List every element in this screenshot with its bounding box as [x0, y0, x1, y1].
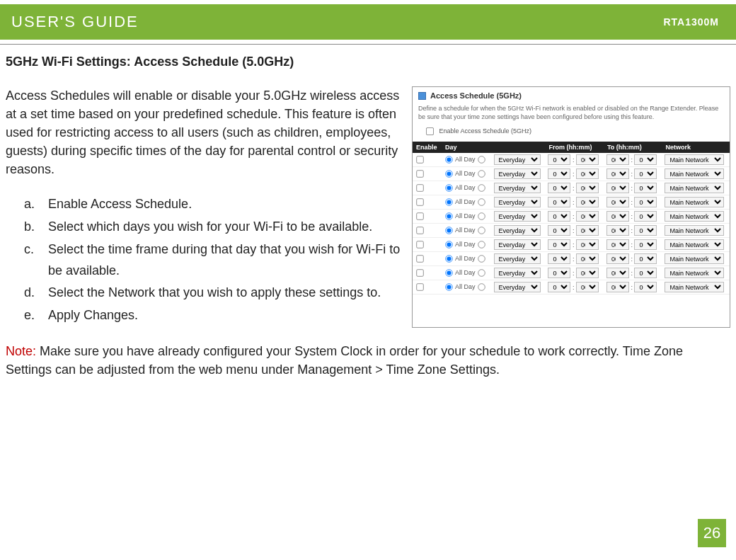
from-hh-select[interactable]: 00 [548, 225, 570, 236]
specific-day-radio[interactable] [478, 256, 485, 263]
to-hh-select[interactable]: 00 [606, 225, 629, 236]
to-mm-select[interactable]: 00 [634, 282, 657, 292]
specific-day-radio[interactable] [478, 185, 485, 192]
from-mm-select[interactable]: 00 [576, 253, 599, 264]
from-hh-select[interactable]: 00 [548, 154, 570, 165]
day-select[interactable]: Everyday [494, 253, 541, 264]
all-day-radio[interactable] [445, 171, 452, 178]
to-mm-select[interactable]: 00 [634, 268, 657, 278]
from-mm-select[interactable]: 00 [576, 183, 599, 193]
panel-description: Define a schedule for when the 5GHz Wi-F… [413, 104, 730, 127]
to-hh-select[interactable]: 00 [606, 183, 629, 193]
specific-day-radio[interactable] [478, 270, 485, 277]
row-enable-checkbox[interactable] [416, 241, 423, 248]
from-mm-select[interactable]: 00 [576, 239, 599, 250]
network-select[interactable]: Main Network [665, 268, 724, 278]
from-mm-select[interactable]: 00 [576, 168, 599, 179]
to-hh-select[interactable]: 00 [606, 211, 629, 222]
from-mm-select[interactable]: 00 [576, 225, 599, 236]
all-day-radio[interactable] [445, 270, 452, 277]
all-day-radio[interactable] [445, 156, 452, 164]
row-enable-checkbox[interactable] [416, 171, 423, 178]
table-row: All Day Everyday00 : 0000 : 00Main Netwo… [413, 195, 730, 210]
specific-day-radio[interactable] [478, 171, 485, 178]
from-hh-select[interactable]: 00 [548, 211, 570, 222]
row-enable-checkbox[interactable] [416, 199, 423, 206]
to-mm-select[interactable]: 00 [634, 239, 657, 250]
to-hh-select[interactable]: 00 [606, 168, 629, 179]
row-enable-checkbox[interactable] [416, 185, 423, 192]
row-enable-checkbox[interactable] [416, 284, 423, 291]
to-hh-select[interactable]: 00 [606, 154, 629, 165]
day-select[interactable]: Everyday [494, 282, 541, 292]
all-day-radio[interactable] [445, 256, 452, 263]
row-enable-checkbox[interactable] [416, 270, 423, 277]
all-day-label: All Day [455, 255, 476, 262]
panel-header: Access Schedule (5GHz) [413, 87, 730, 104]
to-mm-select[interactable]: 00 [634, 253, 657, 264]
to-hh-select[interactable]: 00 [606, 197, 629, 207]
specific-day-radio[interactable] [478, 227, 485, 234]
from-mm-select[interactable]: 00 [576, 268, 599, 278]
network-select[interactable]: Main Network [665, 282, 724, 292]
specific-day-radio[interactable] [478, 199, 485, 206]
to-hh-select[interactable]: 00 [606, 253, 629, 264]
specific-day-radio[interactable] [478, 213, 485, 220]
from-mm-select[interactable]: 00 [576, 282, 599, 292]
all-day-label: All Day [455, 269, 476, 276]
from-hh-select[interactable]: 00 [548, 183, 570, 193]
note-label: Note: [6, 344, 36, 358]
specific-day-radio[interactable] [478, 284, 485, 291]
all-day-radio[interactable] [445, 284, 452, 291]
all-day-radio[interactable] [445, 213, 452, 220]
network-select[interactable]: Main Network [665, 239, 724, 250]
from-mm-select[interactable]: 00 [576, 211, 599, 222]
network-select[interactable]: Main Network [665, 197, 724, 207]
day-select[interactable]: Everyday [494, 197, 541, 207]
day-select[interactable]: Everyday [494, 211, 541, 222]
to-mm-select[interactable]: 00 [634, 211, 657, 222]
row-enable-checkbox[interactable] [416, 256, 423, 263]
row-enable-checkbox[interactable] [416, 213, 423, 220]
from-mm-select[interactable]: 00 [576, 197, 599, 207]
to-hh-select[interactable]: 00 [606, 282, 629, 292]
all-day-radio[interactable] [445, 185, 452, 192]
all-day-radio[interactable] [445, 199, 452, 206]
to-mm-select[interactable]: 00 [634, 197, 657, 207]
network-select[interactable]: Main Network [665, 183, 724, 193]
from-hh-select[interactable]: 00 [548, 268, 570, 278]
from-mm-select[interactable]: 00 [576, 154, 599, 165]
network-select[interactable]: Main Network [665, 154, 724, 165]
network-select[interactable]: Main Network [665, 211, 724, 222]
from-hh-select[interactable]: 00 [548, 168, 570, 179]
from-hh-select[interactable]: 00 [548, 197, 570, 207]
enable-schedule-label: Enable Access Schedule (5GHz) [439, 127, 532, 135]
day-select[interactable]: Everyday [494, 183, 541, 193]
day-select[interactable]: Everyday [494, 168, 541, 179]
to-hh-select[interactable]: 00 [606, 239, 629, 250]
from-hh-select[interactable]: 00 [548, 239, 570, 250]
table-row: All Day Everyday00 : 0000 : 00Main Netwo… [413, 167, 730, 181]
specific-day-radio[interactable] [478, 156, 485, 164]
specific-day-radio[interactable] [478, 241, 485, 248]
row-enable-checkbox[interactable] [416, 156, 423, 164]
day-select[interactable]: Everyday [494, 268, 541, 278]
all-day-radio[interactable] [445, 227, 452, 234]
table-row: All Day Everyday00 : 0000 : 00Main Netwo… [413, 280, 730, 295]
to-mm-select[interactable]: 00 [634, 183, 657, 193]
from-hh-select[interactable]: 00 [548, 253, 570, 264]
network-select[interactable]: Main Network [665, 225, 724, 236]
day-select[interactable]: Everyday [494, 239, 541, 250]
network-select[interactable]: Main Network [665, 253, 724, 264]
to-mm-select[interactable]: 00 [634, 168, 657, 179]
to-hh-select[interactable]: 00 [606, 268, 629, 278]
row-enable-checkbox[interactable] [416, 227, 423, 234]
day-select[interactable]: Everyday [494, 225, 541, 236]
all-day-radio[interactable] [445, 241, 452, 248]
from-hh-select[interactable]: 00 [548, 282, 570, 292]
day-select[interactable]: Everyday [494, 154, 541, 165]
to-mm-select[interactable]: 00 [634, 225, 657, 236]
network-select[interactable]: Main Network [665, 168, 724, 179]
to-mm-select[interactable]: 00 [634, 154, 657, 165]
enable-schedule-checkbox[interactable] [426, 127, 434, 135]
